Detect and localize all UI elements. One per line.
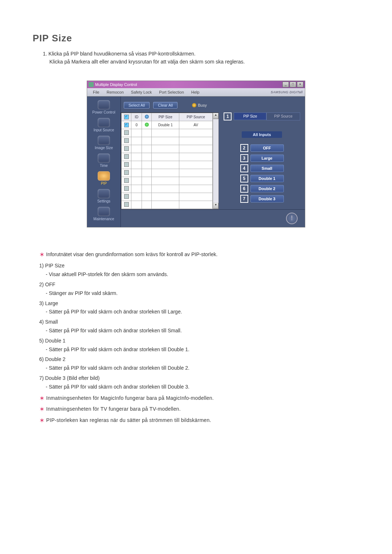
opt-double3-button[interactable]: Double 3 [250, 195, 284, 202]
row-checkbox[interactable] [124, 130, 129, 135]
menu-help[interactable]: Help [188, 89, 203, 95]
info-icon: ! [286, 213, 298, 224]
item-6-header: 6) Double 2 [39, 355, 359, 364]
row-checkbox[interactable] [124, 146, 129, 151]
opt-double1-button[interactable]: Double 1 [250, 175, 284, 182]
header-checkbox[interactable] [124, 115, 129, 119]
intro-line-1: 1. Klicka på PIP bland huvudikonerna så … [43, 50, 359, 58]
sidebar-item-maintenance[interactable]: Maintenance [87, 205, 121, 223]
final-note-2: Inmatningsenheten för TV fungerar bara p… [46, 406, 181, 412]
sidebar-label: PIP [101, 181, 107, 185]
menu-port-selection[interactable]: Port Selection [155, 89, 187, 95]
intro-text: 1. Klicka på PIP bland huvudikonerna så … [43, 50, 359, 66]
table-row[interactable]: 0 Double 1 AV [122, 121, 213, 129]
callout-4: 4 [240, 164, 248, 172]
callout-3: 3 [240, 154, 248, 162]
sidebar-item-input[interactable]: Input Source [87, 116, 121, 134]
sidebar: Power Control Input Source Image Size Ti… [87, 97, 121, 227]
row-checkbox[interactable] [124, 138, 129, 143]
opt-off-button[interactable]: OFF [250, 144, 284, 152]
item-7-desc: - Sätter på PIP för vald skärm och ändra… [46, 383, 359, 391]
pip-icon [98, 171, 110, 181]
note-intro: Inforutnätet visar den grundinformation … [46, 251, 217, 257]
row-checkbox[interactable] [124, 123, 129, 127]
callout-5: 5 [240, 175, 248, 182]
page-title: PIP Size [33, 33, 359, 44]
grid: ID PIP Size PIP Source 0 Double 1 AV [121, 112, 219, 209]
callout-7: 7 [240, 195, 248, 203]
star-icon: ✶ [39, 406, 45, 413]
final-note-1: Inmatningsenheten för MagicInfo fungerar… [46, 395, 214, 401]
window-title: Multiple Display Control [95, 82, 137, 87]
sidebar-item-image-size[interactable]: Image Size [87, 134, 121, 152]
tab-pip-source[interactable]: PIP Source [266, 112, 300, 120]
item-5-desc: - Sätter på PIP för vald skärm och ändra… [46, 345, 359, 354]
sidebar-label: Time [100, 164, 108, 168]
scroll-up-button[interactable]: ▲ [213, 113, 219, 119]
item-5-header: 5) Double 1 [39, 337, 359, 345]
sidebar-label: Settings [97, 199, 110, 203]
all-inputs-label: All Inputs [242, 131, 282, 138]
sidebar-item-pip[interactable]: PIP [87, 170, 121, 188]
star-icon: ✶ [39, 417, 45, 424]
maximize-button[interactable]: □ [290, 82, 296, 87]
app-icon [89, 82, 94, 87]
sidebar-label: Image Size [95, 146, 113, 150]
menu-file[interactable]: File [89, 89, 103, 95]
row-checkbox[interactable] [124, 202, 129, 207]
select-all-button[interactable]: Select All [124, 102, 150, 108]
cell-source: AV [179, 121, 213, 129]
row-checkbox[interactable] [124, 194, 129, 199]
star-icon: ✶ [39, 251, 45, 258]
row-checkbox[interactable] [124, 170, 129, 175]
busy-indicator: Busy [192, 103, 207, 107]
scroll-down-button[interactable]: ▼ [213, 203, 219, 209]
row-checkbox[interactable] [124, 154, 129, 159]
item-1-header: 1) PIP Size [39, 262, 359, 270]
final-note-3: PIP-storleken kan regleras när du sätter… [46, 417, 211, 423]
item-6-desc: - Sätter på PIP för vald skärm och ändra… [46, 364, 359, 373]
cell-size: Double 1 [152, 121, 179, 129]
settings-icon [98, 189, 110, 198]
item-3-header: 3) Large [39, 299, 359, 308]
row-checkbox[interactable] [124, 178, 129, 183]
app-window: Multiple Display Control _ □ × File Remo… [87, 81, 305, 227]
opt-double2-button[interactable]: Double 2 [250, 185, 284, 192]
bottom-bar: ! [121, 209, 305, 227]
time-icon [98, 153, 110, 163]
minimize-button[interactable]: _ [282, 82, 289, 87]
explanation: ✶Inforutnätet visar den grundinformation… [39, 249, 359, 426]
brand-label: SAMSUNG DIGITall [271, 90, 303, 94]
opt-small-button[interactable]: Small [250, 165, 284, 172]
bulb-icon [192, 103, 196, 107]
busy-label: Busy [198, 103, 207, 107]
item-4-header: 4) Small [39, 318, 359, 327]
callout-2: 2 [240, 144, 248, 152]
row-checkbox[interactable] [124, 162, 129, 167]
item-7-header: 7) Double 3 (Bild efter bild) [39, 374, 359, 383]
tab-pip-size[interactable]: PIP Size [234, 112, 266, 120]
image-size-icon [98, 136, 110, 145]
clear-all-button[interactable]: Clear All [153, 102, 177, 108]
titlebar: Multiple Display Control _ □ × [87, 81, 305, 88]
col-pip-size: PIP Size [152, 113, 179, 121]
callout-1: 1 [224, 112, 232, 120]
sidebar-item-power[interactable]: Power Control [87, 99, 121, 116]
item-1-desc: - Visar aktuell PIP-storlek för den skär… [46, 270, 359, 279]
sidebar-item-settings[interactable]: Settings [87, 188, 121, 205]
status-dot [145, 123, 149, 127]
menu-remocon[interactable]: Remocon [103, 89, 127, 95]
item-2-header: 2) OFF [39, 280, 359, 289]
power-icon [98, 100, 110, 110]
col-pip-source: PIP Source [179, 113, 213, 121]
row-checkbox[interactable] [124, 186, 129, 191]
star-icon: ✶ [39, 395, 45, 402]
sidebar-item-time[interactable]: Time [87, 152, 121, 170]
menu-safety-lock[interactable]: Safety Lock [127, 89, 155, 95]
item-3-desc: - Sätter på PIP för vald skärm och ändra… [46, 308, 359, 316]
sidebar-label: Maintenance [93, 217, 114, 221]
scrollbar[interactable]: ▲ ▼ [213, 113, 219, 209]
opt-large-button[interactable]: Large [250, 155, 284, 162]
item-4-desc: - Sätter på PIP för vald skärm och ändra… [46, 327, 359, 335]
close-button[interactable]: × [297, 82, 303, 87]
